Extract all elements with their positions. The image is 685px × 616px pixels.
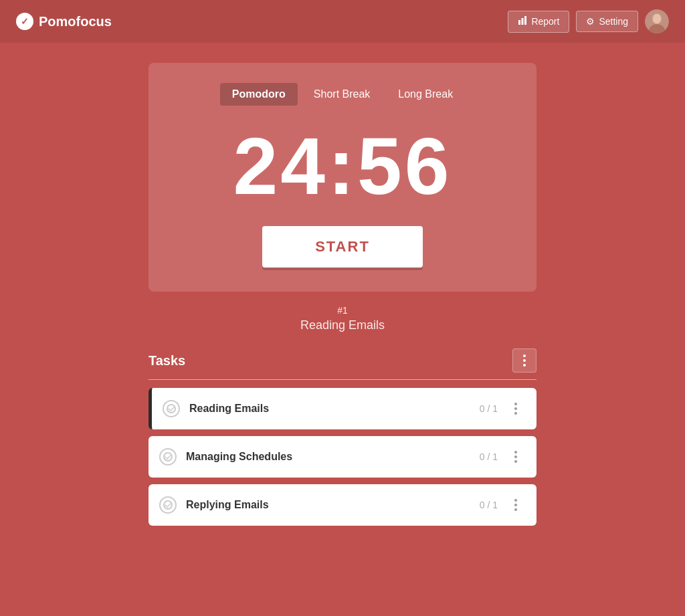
session-name: Reading Emails [300,318,385,332]
logo-area: ✓ Pomofocus [16,13,112,30]
svg-point-6 [653,14,661,23]
task-options-button-1[interactable] [506,399,526,419]
logo-text: Pomofocus [39,14,112,29]
tab-long-break[interactable]: Long Break [386,83,465,106]
task-dots-icon-2 [514,451,517,463]
task-name-2: Managing Schedules [186,451,480,463]
task-check-2[interactable] [159,448,177,466]
task-name-3: Replying Emails [186,499,480,511]
report-label: Report [531,16,559,27]
user-avatar[interactable] [645,9,669,33]
task-dots-icon-1 [514,403,517,415]
header-right: Report ⚙ Setting [508,9,669,33]
setting-label: Setting [599,16,628,27]
task-name-1: Reading Emails [189,403,480,415]
session-number: #1 [300,305,385,316]
task-check-1[interactable] [163,400,180,417]
task-options-button-2[interactable] [506,447,526,467]
avatar-image [645,9,669,33]
tasks-menu-button[interactable] [512,348,536,373]
tasks-header: Tasks [149,348,536,373]
task-item: Managing Schedules 0 / 1 [149,436,536,478]
task-item: Replying Emails 0 / 1 [149,484,536,526]
svg-rect-2 [524,16,526,25]
timer-card: Pomodoro Short Break Long Break 24:56 ST… [149,63,536,292]
gear-icon: ⚙ [586,16,595,27]
session-info: #1 Reading Emails [300,305,385,332]
task-item: Reading Emails 0 / 1 [149,388,536,429]
logo-icon: ✓ [16,13,33,30]
report-icon [518,16,527,27]
report-button[interactable]: Report [508,11,569,33]
tasks-divider [149,379,536,380]
svg-rect-0 [518,20,520,25]
tasks-title: Tasks [149,353,185,369]
mode-tabs: Pomodoro Short Break Long Break [220,83,465,106]
setting-button[interactable]: ⚙ Setting [576,11,638,32]
tab-short-break[interactable]: Short Break [302,83,382,106]
header: ✓ Pomofocus Report ⚙ Setting [0,0,685,43]
task-count-2: 0 / 1 [480,451,498,462]
task-options-button-3[interactable] [506,495,526,515]
timer-display: 24:56 [233,126,452,206]
task-check-3[interactable] [159,496,177,514]
task-count-3: 0 / 1 [480,500,498,510]
task-dots-icon-3 [514,499,517,511]
start-button[interactable]: START [262,226,423,268]
svg-rect-1 [522,18,524,25]
tab-pomodoro[interactable]: Pomodoro [220,83,298,106]
task-count-1: 0 / 1 [480,403,498,414]
tasks-section: Tasks Reading Emails 0 / 1 [149,348,536,532]
main-content: Pomodoro Short Break Long Break 24:56 ST… [0,43,685,546]
three-dots-icon [523,354,526,367]
